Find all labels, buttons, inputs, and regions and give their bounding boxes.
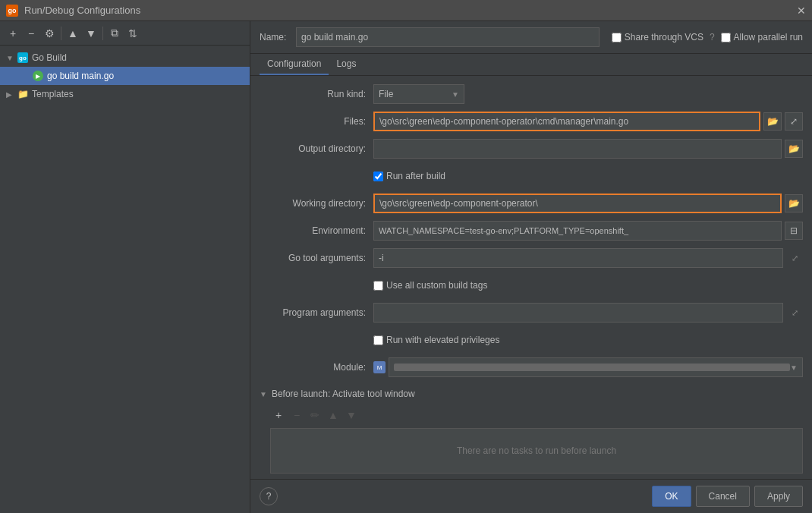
header-options: Share through VCS ? Allow parallel run <box>612 32 803 42</box>
program-args-input[interactable] <box>373 303 783 323</box>
module-content <box>394 364 790 371</box>
module-label: Module: <box>260 362 373 373</box>
custom-build-tags-checkbox[interactable]: Use all custom build tags <box>373 280 487 291</box>
footer: ? OK Cancel Apply <box>250 479 812 513</box>
launch-edit-button[interactable]: ✏ <box>307 407 323 423</box>
before-launch-title: Before launch: Activate tool window <box>272 389 415 399</box>
run-kind-label: Run kind: <box>260 89 373 99</box>
go-tool-args-row: Go tool arguments: ⤢ <box>260 247 803 269</box>
footer-right: OK Cancel Apply <box>652 486 803 507</box>
custom-build-tags-check[interactable] <box>373 281 383 291</box>
config-area: Run kind: File ▼ Files: 📂 ⤢ <box>250 76 812 479</box>
module-row: Module: M ▼ <box>260 357 803 378</box>
toggle-icon-templates: ▶ <box>6 90 17 99</box>
no-tasks-message: There are no tasks to run before launch <box>457 445 616 456</box>
module-control: M ▼ <box>373 357 803 377</box>
launch-toolbar: + − ✏ ▲ ▼ <box>260 407 803 423</box>
share-vcs-label: Share through VCS <box>625 32 703 42</box>
tab-configuration[interactable]: Configuration <box>260 54 329 75</box>
run-after-build-checkbox[interactable]: Run after build <box>373 171 445 181</box>
launch-remove-button[interactable]: − <box>288 407 305 423</box>
working-dir-browse-button[interactable]: 📂 <box>785 194 803 212</box>
allow-parallel-label: Allow parallel run <box>734 32 803 42</box>
output-dir-browse-button[interactable]: 📂 <box>785 140 803 158</box>
go-tool-args-expand-button[interactable]: ⤢ <box>786 250 803 266</box>
tree-group-templates[interactable]: ▶ 📁 Templates <box>0 85 250 103</box>
run-after-build-label: Run after build <box>386 171 445 181</box>
environment-input[interactable] <box>373 221 782 241</box>
files-expand-button[interactable]: ⤢ <box>785 112 803 131</box>
elevated-privileges-row: Run with elevated privileges <box>260 329 803 351</box>
allow-parallel-check[interactable] <box>721 33 731 42</box>
run-config-icon: ▶ <box>32 70 44 82</box>
environment-edit-button[interactable]: ⊟ <box>785 222 803 240</box>
tree-item-label: go build main.go <box>47 71 114 81</box>
title-bar: go Run/Debug Configurations ✕ <box>0 0 812 21</box>
tab-logs[interactable]: Logs <box>329 54 364 75</box>
apply-button[interactable]: Apply <box>754 486 803 507</box>
move-down-button[interactable]: ▼ <box>83 25 99 42</box>
run-after-build-row: Run after build <box>260 165 803 187</box>
program-args-label: Program arguments: <box>260 307 373 318</box>
dropdown-arrow-icon: ▼ <box>452 90 459 99</box>
before-launch-toggle[interactable]: ▼ <box>260 390 267 398</box>
launch-add-button[interactable]: + <box>270 407 287 423</box>
module-icon: M <box>373 361 386 373</box>
share-through-vcs-checkbox[interactable]: Share through VCS <box>612 32 703 42</box>
tree-group-go-build[interactable]: ▼ go Go Build <box>0 49 250 67</box>
before-launch-section: ▼ Before launch: Activate tool window + … <box>260 386 803 479</box>
config-tree: ▼ go Go Build ▶ go build main.go ▶ 📁 <box>0 46 250 513</box>
custom-build-tags-row: Use all custom build tags <box>260 275 803 296</box>
before-launch-header: ▼ Before launch: Activate tool window <box>260 386 803 402</box>
templates-label: Templates <box>32 89 74 99</box>
program-args-control: ⤢ <box>373 303 803 323</box>
right-panel: Name: Share through VCS ? Allow parallel… <box>250 21 812 513</box>
files-label: Files: <box>260 116 373 127</box>
run-kind-select[interactable]: File ▼ <box>373 84 464 104</box>
go-tool-args-input[interactable] <box>373 248 783 268</box>
share-vcs-check[interactable] <box>612 33 622 42</box>
output-dir-label: Output directory: <box>260 143 373 154</box>
name-row: Name: Share through VCS ? Allow parallel… <box>250 21 812 54</box>
window-title: Run/Debug Configurations <box>24 5 140 16</box>
go-tool-args-control: ⤢ <box>373 248 803 268</box>
tabs-row: Configuration Logs <box>250 54 812 76</box>
left-toolbar: + − ⚙ ▲ ▼ ⧉ ⇅ <box>0 21 250 46</box>
copy-config-button[interactable]: ⧉ <box>106 25 123 42</box>
settings-button[interactable]: ⚙ <box>41 25 58 42</box>
custom-build-tags-label: Use all custom build tags <box>386 280 487 291</box>
go-tool-args-label: Go tool arguments: <box>260 253 373 263</box>
elevated-privileges-label: Run with elevated privileges <box>386 335 499 345</box>
environment-row: Environment: ⊟ <box>260 220 803 241</box>
program-args-expand-button[interactable]: ⤢ <box>786 304 803 321</box>
allow-parallel-checkbox[interactable]: Allow parallel run <box>721 32 803 42</box>
output-dir-input[interactable] <box>373 139 782 159</box>
launch-down-button[interactable]: ▼ <box>343 407 360 423</box>
move-up-button[interactable]: ▲ <box>65 25 81 42</box>
launch-up-button[interactable]: ▲ <box>325 407 341 423</box>
close-button[interactable]: ✕ <box>797 5 806 16</box>
add-config-button[interactable]: + <box>5 25 21 42</box>
toggle-icon: ▼ <box>6 54 17 62</box>
working-directory-row: Working directory: 📂 <box>260 193 803 214</box>
separator-2 <box>102 27 103 40</box>
name-label: Name: <box>260 32 290 42</box>
run-kind-control: File ▼ <box>373 84 803 104</box>
elevated-privileges-checkbox[interactable]: Run with elevated privileges <box>373 335 499 345</box>
help-button[interactable]: ? <box>260 487 278 505</box>
run-after-build-check[interactable] <box>373 172 383 181</box>
module-select[interactable]: ▼ <box>389 357 803 377</box>
tree-group-label: Go Build <box>32 52 67 63</box>
ok-button[interactable]: OK <box>652 486 691 507</box>
remove-config-button[interactable]: − <box>23 25 39 42</box>
name-input[interactable] <box>296 27 600 47</box>
tree-item-go-build-main[interactable]: ▶ go build main.go <box>0 67 250 85</box>
working-dir-input[interactable] <box>373 194 782 213</box>
elevated-privileges-check[interactable] <box>373 335 383 345</box>
sort-button[interactable]: ⇅ <box>124 25 141 42</box>
files-input[interactable] <box>373 112 760 131</box>
info-icon[interactable]: ? <box>710 32 715 42</box>
files-browse-button[interactable]: 📂 <box>763 112 782 131</box>
templates-icon: 📁 <box>17 88 29 100</box>
cancel-button[interactable]: Cancel <box>696 486 750 507</box>
